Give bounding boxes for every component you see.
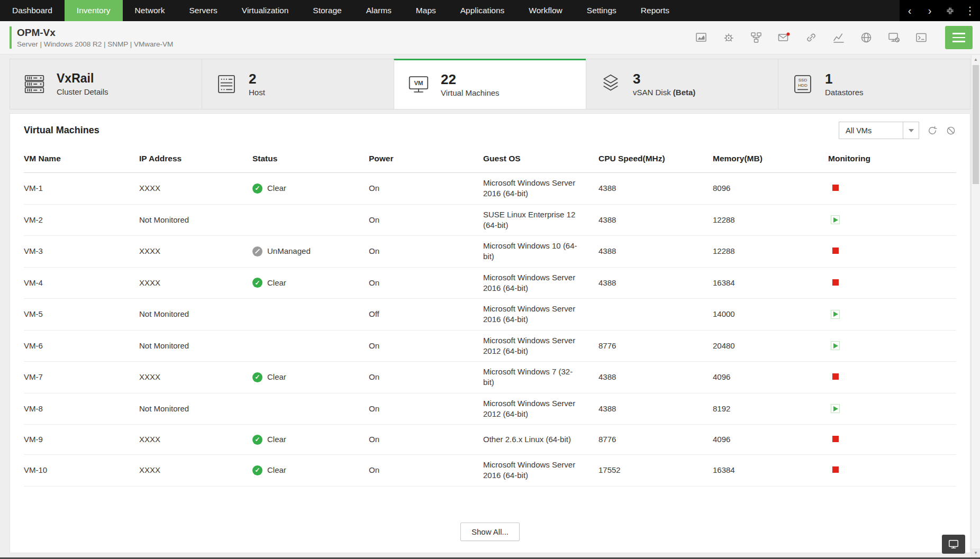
monitoring-toggle[interactable] <box>832 373 839 380</box>
nav-item-applications[interactable]: Applications <box>448 0 517 21</box>
vm-guest-os: Microsoft Windows 7 (32-bit) <box>483 366 583 388</box>
topology-icon[interactable] <box>749 31 763 44</box>
monitoring-toggle[interactable] <box>832 248 839 254</box>
vm-guest-os: Microsoft Windows Server 2016 (64-bit) <box>483 272 583 294</box>
vm-guest-os: Microsoft Windows Server 2012 (64-bit) <box>483 398 583 420</box>
collapse-icon[interactable] <box>940 0 960 21</box>
cluster-icon <box>22 72 47 96</box>
vm-status: Clear <box>252 465 369 475</box>
vm-name: VM-4 <box>24 278 139 288</box>
globe-icon[interactable] <box>859 31 873 44</box>
column-header-ip: IP Address <box>139 153 252 164</box>
hamburger-menu-button[interactable] <box>945 26 973 49</box>
scroll-up-arrow[interactable]: ▲ <box>972 55 980 64</box>
table-header-row: VM Name IP Address Status Power Guest OS… <box>24 145 956 173</box>
inventory-tabs: VxRail Cluster Details 2 Host VM <box>10 59 970 109</box>
vm-power: On <box>369 278 483 288</box>
mail-icon[interactable] <box>777 31 790 44</box>
vm-guest-os: Microsoft Windows Server 2016 (64-bit) <box>483 460 583 481</box>
remote-screen-button[interactable] <box>942 535 965 554</box>
device-subtitle: Server | Windows 2008 R2 | SNMP | VMware… <box>17 40 173 48</box>
tab-host[interactable]: 2 Host <box>202 59 394 109</box>
vm-power: On <box>369 465 483 475</box>
show-all-button[interactable]: Show All... <box>460 523 520 541</box>
tab-datastores[interactable]: SSD HDD 1 Datastores <box>778 59 970 109</box>
vm-ip: XXXX <box>139 278 252 288</box>
scroll-thumb[interactable] <box>973 65 979 184</box>
vm-filter-value: All VMs <box>839 122 903 139</box>
vm-memory: 8096 <box>713 183 828 194</box>
vm-status: Clear <box>252 372 369 382</box>
nav-next-button[interactable]: › <box>920 0 940 21</box>
accent-bar <box>10 26 12 49</box>
tab-count: 1 <box>825 71 864 87</box>
nav-item-alarms[interactable]: Alarms <box>354 0 404 21</box>
refresh-icon[interactable] <box>927 125 938 136</box>
table-row: VM-1 XXXX Clear On Microsoft Windows Ser… <box>24 173 956 205</box>
scroll-down-arrow[interactable]: ▼ <box>972 548 980 557</box>
vm-name: VM-6 <box>24 341 139 351</box>
nav-item-workflow[interactable]: Workflow <box>516 0 574 21</box>
more-menu-button[interactable]: ⋮ <box>960 0 980 21</box>
status-label: Clear <box>267 183 286 194</box>
tab-vxrail-cluster[interactable]: VxRail Cluster Details <box>10 59 202 109</box>
column-header-cpu: CPU Speed(MHz) <box>598 153 713 164</box>
alarm-icon[interactable] <box>722 31 735 44</box>
status-icon <box>252 372 262 382</box>
performance-graph-icon[interactable] <box>832 31 845 44</box>
screen-icon <box>947 538 960 550</box>
status-label: Clear <box>267 372 286 382</box>
vm-ip: XXXX <box>139 372 252 382</box>
availability-chart-icon[interactable] <box>694 31 707 44</box>
nav-item-maps[interactable]: Maps <box>404 0 448 21</box>
tab-vsan-disk[interactable]: 3 vSAN Disk (Beta) <box>586 59 778 109</box>
monitoring-toggle[interactable] <box>831 404 840 413</box>
status-label: UnManaged <box>267 246 311 256</box>
device-info: OPM-Vx Server | Windows 2008 R2 | SNMP |… <box>10 26 173 49</box>
monitoring-toggle[interactable] <box>832 436 839 442</box>
column-header-status: Status <box>252 153 369 164</box>
monitoring-toggle[interactable] <box>832 466 839 473</box>
nav-item-reports[interactable]: Reports <box>629 0 682 21</box>
tab-label: Host <box>249 88 265 97</box>
nav-item-virtualization[interactable]: Virtualization <box>230 0 301 21</box>
console-icon[interactable] <box>914 31 928 44</box>
top-navbar: Dashboard Inventory Network Servers Virt… <box>0 0 980 21</box>
nav-item-inventory[interactable]: Inventory <box>65 0 123 21</box>
tab-virtual-machines[interactable]: VM 22 Virtual Machines <box>394 59 586 109</box>
status-icon <box>252 184 262 194</box>
monitoring-toggle[interactable] <box>832 279 839 286</box>
vm-name: VM-3 <box>24 246 139 256</box>
device-block-icon[interactable] <box>887 31 900 44</box>
monitoring-toggle[interactable] <box>831 310 840 319</box>
status-icon <box>252 246 262 256</box>
vm-ip: XXXX <box>139 465 252 475</box>
vm-ip: XXXX <box>139 183 252 194</box>
nav-item-servers[interactable]: Servers <box>177 0 229 21</box>
vm-guest-os: Other 2.6.x Linux (64-bit) <box>483 434 571 445</box>
vm-status: Clear <box>252 278 369 288</box>
status-label: Clear <box>267 434 286 445</box>
virtual-machines-panel: Virtual Machines All VMs VM Name IP Addr… <box>10 113 970 553</box>
header-icon-strip <box>694 26 973 49</box>
vm-power: On <box>369 215 483 225</box>
vm-filter-dropdown[interactable]: All VMs <box>839 122 919 139</box>
monitoring-toggle[interactable] <box>832 185 839 191</box>
status-label: Clear <box>267 278 286 288</box>
vm-ip: XXXX <box>139 434 252 445</box>
nav-prev-button[interactable]: ‹ <box>900 0 920 21</box>
nav-controls: ‹ › ⋮ <box>900 0 980 21</box>
nav-item-network[interactable]: Network <box>123 0 177 21</box>
vm-cpu: 4388 <box>598 183 713 194</box>
nav-item-settings[interactable]: Settings <box>575 0 629 21</box>
column-header-guest-os: Guest OS <box>483 153 598 164</box>
nav-item-storage[interactable]: Storage <box>301 0 353 21</box>
status-icon <box>252 465 262 475</box>
unmonitor-icon[interactable] <box>946 125 956 136</box>
datastore-icon: SSD HDD <box>790 72 815 96</box>
link-icon[interactable] <box>804 31 818 44</box>
nav-item-dashboard[interactable]: Dashboard <box>0 0 65 21</box>
monitoring-toggle[interactable] <box>831 341 840 350</box>
svg-text:VM: VM <box>414 80 423 86</box>
monitoring-toggle[interactable] <box>831 215 840 224</box>
